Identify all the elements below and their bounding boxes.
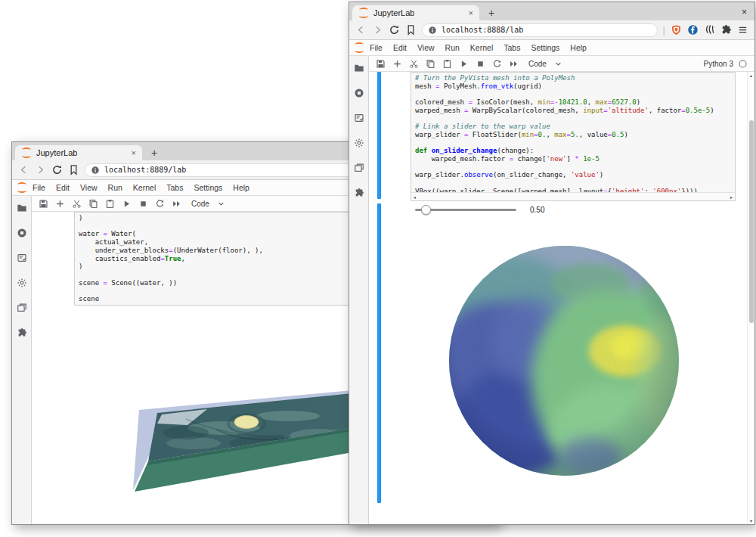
property-inspector-icon[interactable] — [354, 113, 364, 123]
bookmark-icon[interactable] — [405, 24, 417, 36]
menu-help[interactable]: Help — [228, 183, 255, 192]
restart-kernel-icon[interactable] — [155, 199, 165, 209]
menu-view[interactable]: View — [75, 183, 103, 192]
file-browser-icon[interactable] — [354, 63, 364, 73]
scroll-up-icon[interactable]: ▴ — [750, 73, 752, 78]
active-cell-indicator[interactable] — [377, 72, 381, 199]
property-inspector-icon[interactable] — [17, 253, 27, 263]
chevron-down-icon[interactable] — [216, 199, 226, 209]
scroll-right-icon[interactable]: ▸ — [730, 194, 733, 200]
url-field[interactable]: localhost:8888/lab — [422, 23, 658, 37]
kernel-name[interactable]: Python 3 — [704, 60, 733, 68]
cell-type-select[interactable]: Code — [528, 60, 547, 68]
add-cell-icon[interactable] — [55, 199, 65, 209]
code-line: warp_slider = FloatSlider(min=0., max=5.… — [415, 131, 731, 139]
add-cell-icon[interactable] — [392, 59, 402, 69]
save-icon[interactable] — [376, 59, 386, 69]
open-tabs-icon[interactable] — [354, 163, 364, 173]
menu-tabs[interactable]: Tabs — [161, 183, 188, 192]
scrollbar-thumb[interactable] — [749, 120, 754, 323]
extensions-puzzle-icon[interactable] — [720, 24, 732, 36]
code-line — [415, 115, 731, 123]
kernel-status-icon[interactable] — [738, 59, 748, 69]
menu-help[interactable]: Help — [565, 43, 592, 52]
menu-settings[interactable]: Settings — [525, 43, 565, 52]
container-extension-icon[interactable] — [687, 24, 699, 36]
tab-title: JupyterLab — [36, 148, 77, 157]
bookmark-icon[interactable] — [68, 164, 79, 175]
code-line: warped_mesh = WarpByScalar(colored_mesh,… — [415, 107, 731, 115]
shield-extension-icon[interactable] — [671, 24, 682, 36]
cut-cell-icon[interactable] — [72, 199, 82, 209]
copy-cell-icon[interactable] — [426, 59, 435, 69]
notebook-area: # Turn the PyVista mesh into a PolyMeshm… — [369, 72, 754, 524]
url-text: localhost:8888/lab — [442, 26, 523, 34]
menu-file[interactable]: File — [364, 43, 388, 52]
open-tabs-icon[interactable] — [17, 303, 27, 313]
back-icon[interactable] — [355, 24, 367, 36]
paste-cell-icon[interactable] — [442, 59, 452, 69]
jupyter-favicon — [358, 8, 369, 17]
menu-file[interactable]: File — [27, 183, 51, 192]
browser-tab[interactable]: JupyterLab × — [352, 5, 479, 20]
site-info-icon[interactable] — [91, 166, 100, 175]
menu-kernel[interactable]: Kernel — [465, 43, 498, 52]
new-tab-button[interactable]: + — [151, 147, 157, 158]
running-kernels-icon[interactable] — [17, 228, 27, 238]
menu-settings[interactable]: Settings — [188, 183, 228, 192]
chevron-down-icon[interactable] — [553, 59, 563, 69]
site-info-icon[interactable] — [428, 26, 437, 35]
cell-type-select[interactable]: Code — [191, 200, 209, 208]
copy-cell-icon[interactable] — [88, 199, 98, 209]
run-cell-icon[interactable] — [459, 59, 469, 69]
tab-close-icon[interactable]: × — [469, 8, 473, 17]
settings-gear-icon[interactable] — [354, 138, 364, 148]
file-browser-icon[interactable] — [17, 203, 27, 213]
reload-icon[interactable] — [51, 164, 63, 175]
menu-edit[interactable]: Edit — [51, 183, 75, 192]
toolbar-separator: | — [663, 25, 665, 35]
tab-close-icon[interactable]: × — [132, 148, 136, 157]
app-menu-icon[interactable] — [737, 24, 748, 36]
run-cell-icon[interactable] — [122, 199, 132, 209]
forward-icon[interactable] — [35, 164, 46, 175]
menu-run[interactable]: Run — [440, 43, 465, 52]
jupyter-logo — [17, 183, 27, 192]
new-tab-button[interactable]: + — [488, 8, 494, 18]
menu-edit[interactable]: Edit — [388, 43, 412, 52]
code-line: def on_slider_change(change): — [415, 147, 731, 155]
menu-view[interactable]: View — [412, 43, 440, 52]
settings-gear-icon[interactable] — [17, 278, 27, 288]
scroll-left-icon[interactable]: ◂ — [414, 194, 416, 200]
notebook-scrollbar[interactable]: ▴ ▾ — [747, 72, 754, 524]
warp-slider-handle[interactable] — [421, 205, 431, 215]
cell-horizontal-scrollbar[interactable]: ◂ ▸ — [411, 192, 735, 200]
stop-kernel-icon[interactable] — [138, 199, 148, 209]
menu-kernel[interactable]: Kernel — [128, 183, 161, 192]
forward-icon[interactable] — [372, 24, 383, 36]
running-kernels-icon[interactable] — [354, 88, 364, 98]
cut-cell-icon[interactable] — [409, 59, 419, 69]
output-collapser[interactable] — [377, 203, 381, 503]
save-icon[interactable] — [39, 199, 48, 209]
reload-icon[interactable] — [389, 24, 400, 36]
browser-tab[interactable]: JupyterLab × — [15, 145, 142, 160]
menu-tabs[interactable]: Tabs — [498, 43, 525, 52]
run-all-icon[interactable] — [172, 199, 181, 209]
notebook-toolbar: Code Python 3 — [369, 56, 754, 72]
water-scene-render[interactable] — [73, 384, 352, 507]
claw-extension-icon[interactable] — [704, 24, 715, 36]
run-all-icon[interactable] — [509, 59, 519, 69]
window-close-button[interactable]: × — [742, 8, 747, 17]
globe-render[interactable] — [447, 244, 681, 481]
restart-kernel-icon[interactable] — [492, 59, 502, 69]
scroll-down-icon[interactable]: ▾ — [750, 518, 752, 523]
paste-cell-icon[interactable] — [105, 199, 115, 209]
stop-kernel-icon[interactable] — [476, 59, 485, 69]
extension-manager-icon[interactable] — [17, 327, 27, 338]
menu-run[interactable]: Run — [103, 183, 128, 192]
extension-manager-icon[interactable] — [354, 188, 364, 198]
back-icon[interactable] — [18, 164, 29, 175]
code-cell-editor[interactable]: # Turn the PyVista mesh into a PolyMeshm… — [411, 72, 736, 201]
jupyter-favicon — [21, 148, 32, 157]
